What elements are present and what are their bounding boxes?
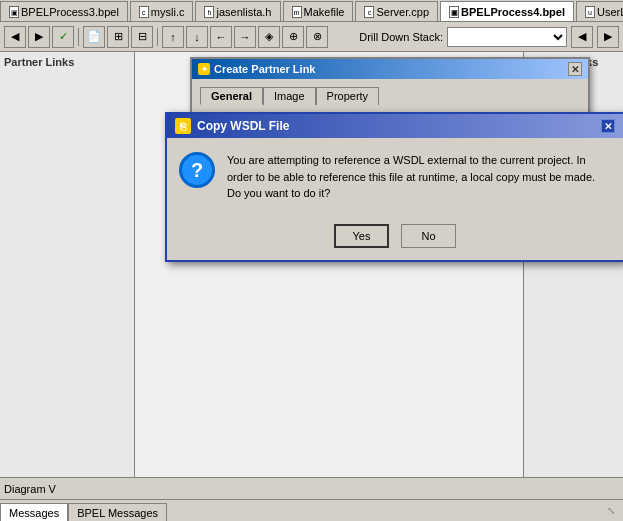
copy-wsdl-icon: ⎘ [175, 118, 191, 134]
create-dialog-close[interactable]: ✕ [568, 62, 582, 76]
grid-button[interactable]: ⊞ [107, 26, 129, 48]
bpel-icon: ▣ [9, 6, 19, 18]
tool5-button[interactable]: ◈ [258, 26, 280, 48]
create-dialog-title-left: ✦ Create Partner Link [198, 63, 315, 75]
copy-wsdl-title-text: Copy WSDL File [197, 119, 289, 133]
h-icon: h [204, 6, 214, 18]
messages-tab[interactable]: Messages [0, 503, 68, 521]
toolbar: ◀ ▶ ✓ 📄 ⊞ ⊟ ↑ ↓ ← → ◈ ⊕ ⊗ Drill Down Sta… [0, 22, 623, 52]
bpel-messages-tab[interactable]: BPEL Messages [68, 503, 167, 521]
drill-down-select[interactable] [447, 27, 567, 47]
tab-makefile[interactable]: m Makefile [283, 1, 354, 21]
tab-bar: ▣ BPELProcess3.bpel c mysli.c h jasenlis… [0, 0, 623, 22]
tab-bpelprocess3[interactable]: ▣ BPELProcess3.bpel [0, 1, 128, 21]
status-bar: Diagram V ⤡ [0, 477, 623, 499]
tool7-button[interactable]: ⊗ [306, 26, 328, 48]
copy-wsdl-title-bar: ⎘ Copy WSDL File ✕ [167, 114, 623, 138]
messages-bar: Messages BPEL Messages [0, 499, 623, 521]
copy-wsdl-close[interactable]: ✕ [601, 119, 615, 133]
no-button[interactable]: No [401, 224, 456, 248]
create-tab-property[interactable]: Property [316, 87, 380, 105]
tab-userl[interactable]: u UserL [576, 1, 623, 21]
cpp-icon: c [364, 6, 374, 18]
create-tab-general[interactable]: General [200, 87, 263, 105]
copy-wsdl-dialog: ⎘ Copy WSDL File ✕ ? You are attempting … [165, 112, 623, 262]
tab-myslic[interactable]: c mysli.c [130, 1, 194, 21]
partner-links-left: Partner Links [0, 52, 135, 477]
tool6-button[interactable]: ⊕ [282, 26, 304, 48]
c-icon: c [139, 6, 149, 18]
drill-down-label: Drill Down Stack: [359, 31, 443, 43]
diagram-v-label: Diagram V [4, 483, 56, 495]
down-button[interactable]: ↓ [186, 26, 208, 48]
copy-wsdl-footer: Yes No [167, 216, 623, 260]
yes-button[interactable]: Yes [334, 224, 389, 248]
drill-nav-right[interactable]: ▶ [597, 26, 619, 48]
check-button[interactable]: ✓ [52, 26, 74, 48]
separator-2 [157, 28, 158, 46]
tab-servercpp[interactable]: c Server.cpp [355, 1, 438, 21]
back-button[interactable]: ◀ [4, 26, 26, 48]
table-button[interactable]: ⊟ [131, 26, 153, 48]
copy-wsdl-body: ? You are attempting to reference a WSDL… [167, 138, 623, 216]
user-icon: u [585, 6, 595, 18]
create-dialog-title-text: Create Partner Link [214, 63, 315, 75]
drill-down-area: Drill Down Stack: ◀ ▶ [359, 26, 619, 48]
up-button[interactable]: ↑ [162, 26, 184, 48]
create-dialog-title-bar: ✦ Create Partner Link ✕ [192, 59, 588, 79]
separator-1 [78, 28, 79, 46]
drill-nav-left[interactable]: ◀ [571, 26, 593, 48]
resize-handle[interactable]: ⤡ [607, 505, 619, 517]
tab-bpelprocess4[interactable]: ▣ BPELProcess4.bpel [440, 1, 574, 21]
forward-button[interactable]: ▶ [28, 26, 50, 48]
create-dialog-icon: ✦ [198, 63, 210, 75]
right-button[interactable]: → [234, 26, 256, 48]
left-button[interactable]: ← [210, 26, 232, 48]
make-icon: m [292, 6, 302, 18]
main-area: Partner Links − ⚠ ✦ Create Partner Link … [0, 52, 623, 477]
create-dialog-tabs: General Image Property [200, 87, 580, 105]
new-button[interactable]: 📄 [83, 26, 105, 48]
copy-wsdl-message: You are attempting to reference a WSDL e… [227, 152, 611, 202]
question-icon: ? [179, 152, 215, 188]
bpel2-icon: ▣ [449, 6, 459, 18]
create-tab-image[interactable]: Image [263, 87, 316, 105]
copy-wsdl-title-left: ⎘ Copy WSDL File [175, 118, 289, 134]
tab-jasenlista[interactable]: h jasenlista.h [195, 1, 280, 21]
